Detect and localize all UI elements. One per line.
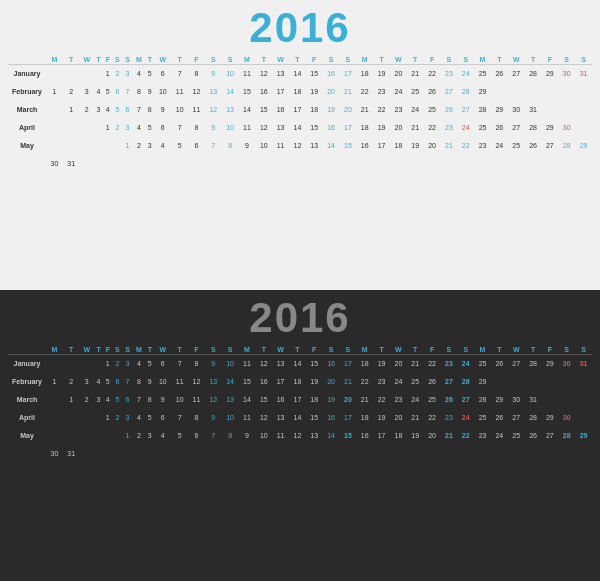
h-w4: W [390, 55, 407, 65]
light-year-title: 2016 [8, 5, 592, 51]
dh-m2: M [133, 345, 146, 355]
h-t1: T [63, 55, 80, 65]
h-f5: F [541, 55, 558, 65]
dh-m4: M [356, 345, 373, 355]
d-february-label: February [8, 373, 46, 391]
dh-su4: S [457, 345, 474, 355]
h-m5: M [474, 55, 491, 65]
dh-su1: S [122, 345, 132, 355]
d-march-label: March [8, 391, 46, 409]
h-t8: T [407, 55, 424, 65]
dh-f5: F [541, 345, 558, 355]
february-row: February 1234567 891011121314 1516171819… [8, 83, 592, 101]
d-january-label: January [8, 355, 46, 373]
h-w1: W [80, 55, 94, 65]
dh-m1: M [46, 345, 63, 355]
dh-s4: S [440, 345, 457, 355]
dh-s2: S [205, 345, 222, 355]
dh-t3: T [145, 345, 154, 355]
h-s3: S [323, 55, 340, 65]
h-m2: M [133, 55, 146, 65]
h-t5: T [255, 55, 272, 65]
dh-t7: T [373, 345, 390, 355]
dh-w1: W [80, 345, 94, 355]
february-label: February [8, 83, 46, 101]
h-t6: T [289, 55, 306, 65]
dh-f2: F [188, 345, 205, 355]
january-label: January [8, 65, 46, 83]
h-su2: S [222, 55, 239, 65]
h-s4: S [440, 55, 457, 65]
h-w5: W [508, 55, 525, 65]
dh-w4: W [390, 345, 407, 355]
dark-calendar-table: MTWTFSS MTWTFSS MTWTFSS MTWTFSS MTWTFSS … [8, 345, 592, 463]
dark-calendar-section: 2016 MTWTFSS MTWTFSS MTWTFSS MTWTFSS MTW… [0, 290, 600, 581]
dh-m5: M [474, 345, 491, 355]
h-w3: W [272, 55, 289, 65]
d-january-row: January 123 45678910 11121314151617 1819… [8, 355, 592, 373]
dh-t9: T [491, 345, 508, 355]
dh-f1: F [103, 345, 112, 355]
dh-f3: F [306, 345, 323, 355]
march-row: March 123456 78910111213 14151617181920 … [8, 101, 592, 119]
may-label: May [8, 137, 46, 155]
may-row-2: 3031 [8, 155, 592, 173]
may-label-2 [8, 155, 46, 173]
dh-w3: W [272, 345, 289, 355]
calendar-header: MTWTFSS MTWTFSS MTWTFSS MTWTFSS MTWTFSS [8, 55, 592, 65]
dh-t10: T [525, 345, 542, 355]
h-t7: T [373, 55, 390, 65]
h-f4: F [424, 55, 441, 65]
d-march-row: March 123456 78910111213 14151617181920 … [8, 391, 592, 409]
h-su3: S [340, 55, 357, 65]
h-t9: T [491, 55, 508, 65]
h-s5: S [558, 55, 575, 65]
h-f1: F [103, 55, 112, 65]
h-m1: M [46, 55, 63, 65]
h-f3: F [306, 55, 323, 65]
h-s1: S [112, 55, 122, 65]
h-w2: W [154, 55, 171, 65]
h-f2: F [188, 55, 205, 65]
march-label: March [8, 101, 46, 119]
may-row: May 1 2345678 9101112131415 161718192021… [8, 137, 592, 155]
d-april-label: April [8, 409, 46, 427]
dh-t2: T [94, 345, 103, 355]
d-february-row: February 1234567 891011121314 1516171819… [8, 373, 592, 391]
dh-s5: S [558, 345, 575, 355]
dh-f4: F [424, 345, 441, 355]
january-row: January 123 45678910 11121314151617 1819… [8, 65, 592, 83]
dh-su3: S [340, 345, 357, 355]
dh-su5: S [575, 345, 592, 355]
h-su5: S [575, 55, 592, 65]
h-m3: M [239, 55, 256, 65]
dh-t5: T [255, 345, 272, 355]
dh-s3: S [323, 345, 340, 355]
dh-s1: S [112, 345, 122, 355]
h-t3: T [145, 55, 154, 65]
h-t2: T [94, 55, 103, 65]
dh-su2: S [222, 345, 239, 355]
h-su1: S [122, 55, 132, 65]
dark-calendar-header: MTWTFSS MTWTFSS MTWTFSS MTWTFSS MTWTFSS [8, 345, 592, 355]
light-calendar-section: 2016 MTWTFSS MTWTFSS MTWTFSS MTWTFSS MTW… [0, 0, 600, 290]
dh-t4: T [171, 345, 188, 355]
dark-year-title: 2016 [8, 295, 592, 341]
month-col-header [8, 55, 46, 65]
dh-t8: T [407, 345, 424, 355]
dh-t6: T [289, 345, 306, 355]
dh-w5: W [508, 345, 525, 355]
d-may-row: May 1 2345678 9101112131415 161718192021… [8, 427, 592, 445]
d-april-row: April 123 45678910 11121314151617 181920… [8, 409, 592, 427]
dh-w2: W [154, 345, 171, 355]
april-row: April 123 45678910 11121314151617 181920… [8, 119, 592, 137]
d-may-label: May [8, 427, 46, 445]
h-m4: M [356, 55, 373, 65]
april-label: April [8, 119, 46, 137]
d-may-label-2 [8, 445, 46, 463]
light-calendar-table: MTWTFSS MTWTFSS MTWTFSS MTWTFSS MTWTFSS … [8, 55, 592, 173]
dh-m3: M [239, 345, 256, 355]
h-t4: T [171, 55, 188, 65]
dh-t1: T [63, 345, 80, 355]
d-may-row-2: 3031 [8, 445, 592, 463]
